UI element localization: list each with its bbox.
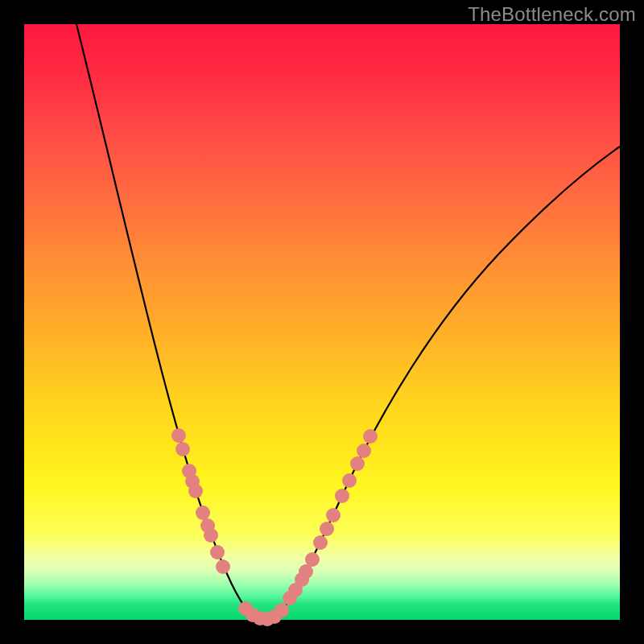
marker-right — [363, 429, 378, 444]
marker-right — [357, 444, 371, 458]
marker-bottom — [275, 603, 289, 617]
marker-left — [216, 559, 230, 574]
marker-right — [320, 522, 334, 536]
marker-left — [175, 442, 190, 456]
marker-left — [204, 528, 218, 543]
marker-left — [188, 484, 203, 498]
chart-frame: TheBottleneck.com — [0, 0, 644, 644]
marker-right — [335, 489, 349, 503]
marker-left — [171, 428, 186, 443]
plot-area — [24, 24, 620, 620]
marker-right — [326, 508, 341, 522]
curve-svg — [24, 24, 620, 620]
marker-left — [210, 545, 225, 559]
marker-left — [196, 506, 210, 520]
bottleneck-curve — [76, 24, 620, 620]
marker-right — [350, 456, 365, 471]
marker-right — [313, 535, 328, 550]
marker-right — [305, 552, 320, 567]
marker-right — [342, 473, 357, 488]
watermark-text: TheBottleneck.com — [468, 3, 636, 26]
